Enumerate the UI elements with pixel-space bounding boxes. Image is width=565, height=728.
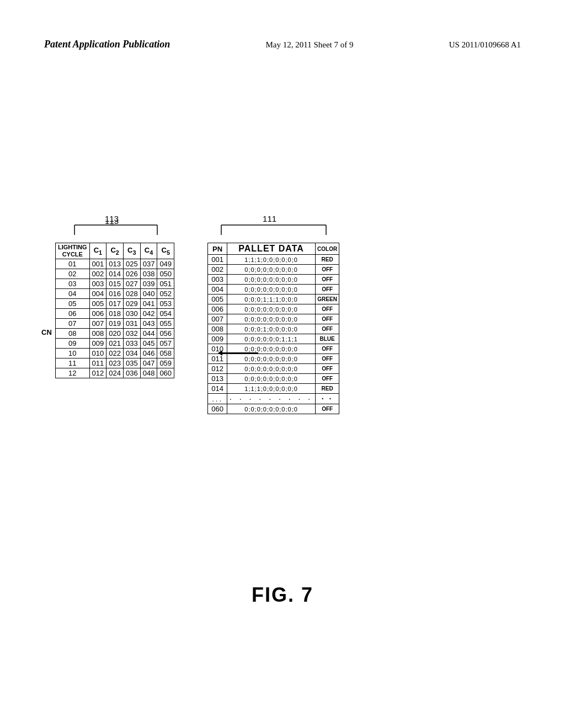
- header-right: US 2011/0109668 A1: [449, 40, 521, 50]
- lighting-cell: 015: [106, 279, 124, 289]
- lighting-cell: 010: [89, 349, 106, 358]
- lighting-cell: 030: [123, 309, 140, 319]
- pallet-color: GREEN: [316, 295, 339, 304]
- pallet-data: 0;0;0;0;0;0;0;0;0: [227, 354, 316, 364]
- figure-label: FIG. 7: [252, 584, 313, 607]
- lighting-cell: 039: [140, 279, 157, 289]
- pallet-table: PN PALLET DATA COLOR 0011;1;1;0;0;0;0;0;…: [207, 243, 339, 414]
- pallet-data: 0;0;0;0;0;0;0;0;0: [227, 265, 316, 275]
- pallet-row: 0070;0;0;0;0;0;0;0;0OFF: [208, 314, 339, 324]
- lighting-row: 02002014026038050: [56, 269, 174, 279]
- label-111: 111: [263, 214, 276, 223]
- pallet-row: 0130;0;0;0;0;0;0;0;0OFF: [208, 374, 339, 384]
- pallet-color: OFF: [316, 364, 339, 374]
- pallet-pn: 013: [208, 374, 227, 384]
- lighting-row-num: 04: [56, 289, 90, 299]
- lighting-cell: 001: [89, 259, 106, 269]
- lighting-row: 10010022034046058: [56, 349, 174, 358]
- lighting-row-num: 07: [56, 319, 90, 329]
- pallet-pn: ...: [208, 394, 227, 404]
- lighting-cell: 034: [123, 349, 140, 358]
- lighting-cell: 006: [89, 309, 106, 319]
- pallet-data: 0;0;0;1;1;1;0;0;0: [227, 295, 316, 304]
- pallet-data: 0;0;0;0;0;0;1;1;1: [227, 334, 316, 344]
- pallet-row: 0100;0;0;0;0;0;0;0;0OFF: [208, 344, 339, 354]
- color-header: COLOR: [316, 243, 339, 255]
- pallet-row: 0040;0;0;0;0;0;0;0;0OFF: [208, 285, 339, 295]
- lighting-row-num: 01: [56, 259, 90, 269]
- page-header: Patent Application Publication May 12, 2…: [0, 39, 565, 50]
- lighting-cell: 018: [106, 309, 124, 319]
- lighting-cell: 020: [106, 329, 124, 339]
- lighting-cell: 055: [157, 319, 174, 329]
- pn-header: PN: [208, 243, 227, 255]
- lighting-row: 03003015027039051: [56, 279, 174, 289]
- lighting-cell: 041: [140, 299, 157, 309]
- pallet-pn: 010: [208, 344, 227, 354]
- pallet-pn: 001: [208, 255, 227, 265]
- pallet-data: 0;0;0;0;0;0;0;0;0: [227, 374, 316, 384]
- pallet-color: OFF: [316, 314, 339, 324]
- lighting-cell: 044: [140, 329, 157, 339]
- pallet-pn: 002: [208, 265, 227, 275]
- lighting-cell: 012: [89, 368, 106, 378]
- lighting-table-body: 0100101302503704902002014026038050030030…: [56, 259, 174, 378]
- pallet-data-header: PALLET DATA: [227, 243, 316, 255]
- lighting-cell: 057: [157, 339, 174, 349]
- lighting-row: 05005017029041053: [56, 299, 174, 309]
- pallet-pn: 009: [208, 334, 227, 344]
- label-113: 113: [105, 214, 119, 223]
- pallet-color: OFF: [316, 285, 339, 295]
- pallet-pn: 007: [208, 314, 227, 324]
- lighting-cell: 036: [123, 368, 140, 378]
- lighting-cell: 021: [106, 339, 124, 349]
- lighting-cell: 037: [140, 259, 157, 269]
- pallet-data: 0;0;0;0;0;0;0;0;0: [227, 275, 316, 285]
- pallet-color: OFF: [316, 324, 339, 334]
- lighting-cell: 032: [123, 329, 140, 339]
- lighting-row-num: 11: [56, 358, 90, 368]
- lighting-row: 07007019031043055: [56, 319, 174, 329]
- lighting-row: 08008020032044056: [56, 329, 174, 339]
- pallet-row: 0011;1;1;0;0;0;0;0;0RED: [208, 255, 339, 265]
- lighting-row: 12012024036048060: [56, 368, 174, 378]
- lighting-cell: 023: [106, 358, 124, 368]
- lighting-cell: 013: [106, 259, 124, 269]
- pallet-row: 0600;0;0;0;0;0;0;0;0OFF: [208, 404, 339, 414]
- pallet-data: 0;0;0;0;0;0;0;0;0: [227, 344, 316, 354]
- pallet-data: 0;0;0;1;0;0;0;0;0: [227, 324, 316, 334]
- pallet-color: OFF: [316, 374, 339, 384]
- lighting-cell: 025: [123, 259, 140, 269]
- pallet-data: · · · · · · · · ·: [227, 394, 316, 404]
- lighting-cell: 051: [157, 279, 174, 289]
- pallet-row: ...· · · · · · · · ·· ·: [208, 394, 339, 404]
- pallet-pn: 060: [208, 404, 227, 414]
- lighting-cell: 011: [89, 358, 106, 368]
- lighting-cell: 059: [157, 358, 174, 368]
- lighting-cell: 009: [89, 339, 106, 349]
- lighting-cell: 019: [106, 319, 124, 329]
- lighting-cell: 054: [157, 309, 174, 319]
- pallet-row: 0050;0;0;1;1;1;0;0;0GREEN: [208, 295, 339, 304]
- pallet-row: 0141;1;1;0;0;0;0;0;0RED: [208, 384, 339, 394]
- pallet-color: OFF: [316, 304, 339, 314]
- pallet-table-body: 0011;1;1;0;0;0;0;0;0RED0020;0;0;0;0;0;0;…: [208, 255, 339, 414]
- c1-header: C1: [89, 243, 106, 259]
- c3-header: C3: [123, 243, 140, 259]
- pallet-row: 0020;0;0;0;0;0;0;0;0OFF: [208, 265, 339, 275]
- cn-label: CN: [41, 328, 52, 336]
- pallet-row: 0110;0;0;0;0;0;0;0;0OFF: [208, 354, 339, 364]
- pallet-data: 0;0;0;0;0;0;0;0;0: [227, 364, 316, 374]
- pallet-data: 0;0;0;0;0;0;0;0;0: [227, 404, 316, 414]
- pallet-color: RED: [316, 384, 339, 394]
- pallet-pn: 008: [208, 324, 227, 334]
- lighting-row-num: 09: [56, 339, 90, 349]
- lighting-cell: 016: [106, 289, 124, 299]
- lighting-cell: 040: [140, 289, 157, 299]
- lighting-cell: 048: [140, 368, 157, 378]
- lighting-cell: 029: [123, 299, 140, 309]
- pallet-table-container: 111 PN PALLET DATA COLOR 0011;1;1;0;0;0;…: [207, 243, 339, 414]
- lighting-cell: 005: [89, 299, 106, 309]
- lighting-cell: 007: [89, 319, 106, 329]
- c5-header: C5: [157, 243, 174, 259]
